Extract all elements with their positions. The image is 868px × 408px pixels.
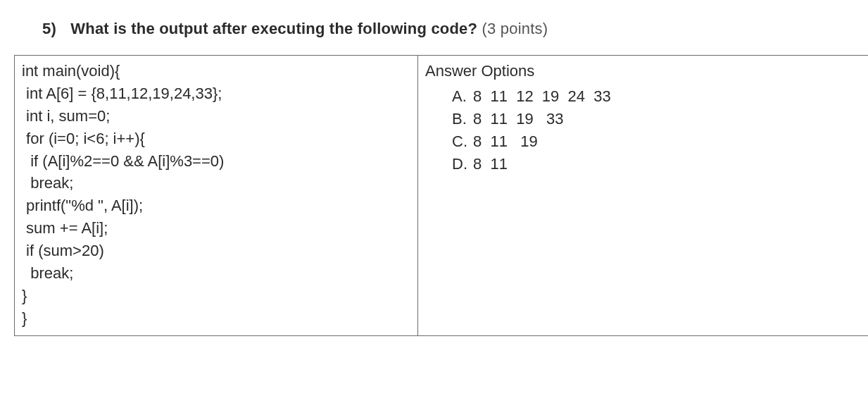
option-letter: D. [452, 153, 473, 175]
answer-option-c: C.8 11 19 [452, 130, 868, 153]
code-block: int main(void){ int A[6] = {8,11,12,19,2… [22, 60, 410, 330]
code-line: int main(void){ [22, 62, 120, 80]
code-line: int i, sum=0; [22, 107, 110, 125]
option-letter: B. [452, 108, 473, 130]
option-text: 8 11 19 33 [473, 110, 563, 128]
code-line: } [22, 287, 27, 304]
code-line: if (sum>20) [22, 242, 104, 259]
code-cell: int main(void){ int A[6] = {8,11,12,19,2… [15, 56, 418, 336]
answer-option-a: A.8 11 12 19 24 33 [452, 85, 868, 108]
exam-page: 5) What is the output after executing th… [0, 0, 868, 350]
code-line: } [22, 309, 27, 327]
option-text: 8 11 [473, 155, 508, 173]
code-line: break; [22, 264, 73, 282]
answers-cell: Answer Options A.8 11 12 19 24 33 B.8 11… [418, 56, 869, 336]
question-points: (3 points) [482, 20, 548, 37]
option-letter: A. [452, 85, 473, 108]
option-text: 8 11 12 19 24 33 [473, 87, 611, 105]
code-line: break; [22, 174, 73, 192]
answer-option-b: B.8 11 19 33 [452, 108, 868, 130]
code-answer-table: int main(void){ int A[6] = {8,11,12,19,2… [14, 55, 868, 336]
question-number: 5) [42, 20, 56, 38]
question-prompt: What is the output after executing the f… [70, 20, 477, 37]
question-header: 5) What is the output after executing th… [42, 20, 854, 38]
code-line: if (A[i]%2==0 && A[i]%3==0) [22, 152, 224, 170]
option-letter: C. [452, 130, 473, 153]
option-text: 8 11 19 [473, 132, 538, 150]
code-line: sum += A[i]; [22, 219, 108, 237]
answers-list: A.8 11 12 19 24 33 B.8 11 19 33 C.8 11 1… [425, 85, 868, 175]
code-line: printf("%d ", A[i]); [22, 197, 143, 214]
code-line: for (i=0; i<6; i++){ [22, 130, 145, 147]
code-line: int A[6] = {8,11,12,19,24,33}; [22, 85, 222, 102]
answer-option-d: D.8 11 [452, 153, 868, 175]
answers-title: Answer Options [425, 60, 868, 82]
